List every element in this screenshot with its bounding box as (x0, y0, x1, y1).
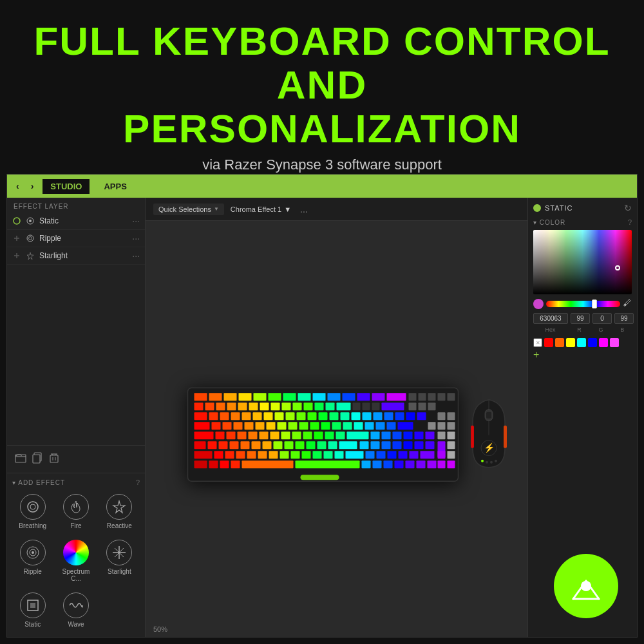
swatch-orange[interactable] (555, 338, 564, 347)
layer-folder-btn[interactable] (15, 452, 26, 466)
svg-rect-106 (321, 422, 330, 430)
svg-rect-177 (376, 451, 385, 459)
color-help-btn[interactable]: ? (628, 218, 632, 226)
svg-rect-41 (327, 393, 340, 401)
svg-rect-172 (312, 451, 321, 459)
svg-rect-116 (447, 422, 455, 430)
color-labels-row: Hex R G B (533, 327, 632, 333)
quick-selections-dropdown[interactable]: Quick Selections ▼ (153, 204, 224, 215)
svg-rect-68 (381, 402, 404, 410)
svg-rect-86 (351, 412, 360, 420)
layer-vis-static[interactable] (12, 216, 21, 225)
color-picker[interactable] (533, 230, 632, 294)
svg-rect-203 (471, 426, 474, 448)
svg-rect-52 (205, 402, 214, 410)
tab-apps[interactable]: APPS (96, 179, 134, 194)
svg-rect-174 (334, 451, 343, 459)
chroma-bar: Quick Selections ▼ Chroma Effect 1 ▼ ... (146, 198, 527, 221)
layer-more-static[interactable]: ··· (132, 216, 140, 226)
svg-rect-154 (370, 441, 379, 449)
svg-rect-107 (332, 422, 341, 430)
effect-breathing[interactable]: Breathing (12, 490, 53, 533)
svg-point-19 (28, 502, 38, 512)
ripple-label: Ripple (23, 568, 41, 575)
add-swatch-btn[interactable]: + (533, 350, 632, 360)
effect-fire[interactable]: Fire (55, 490, 96, 533)
static-icon (20, 592, 46, 618)
effect-static[interactable]: Static (12, 589, 53, 632)
swatch-magenta[interactable] (599, 338, 608, 347)
svg-rect-40 (312, 393, 325, 401)
svg-text:⚡: ⚡ (484, 442, 495, 453)
g-input[interactable] (592, 313, 612, 324)
svg-rect-104 (299, 422, 308, 430)
svg-rect-90 (395, 412, 404, 420)
svg-rect-103 (288, 422, 297, 430)
svg-rect-30 (30, 603, 35, 608)
svg-rect-114 (428, 422, 435, 430)
effect-starlight[interactable]: Starlight (99, 536, 140, 586)
hue-slider[interactable] (546, 301, 620, 307)
layer-delete-btn[interactable] (48, 452, 60, 466)
effect-spectrum[interactable]: Spectrum C... (55, 536, 96, 586)
svg-rect-48 (428, 393, 435, 401)
layer-static[interactable]: Static ··· (7, 213, 145, 230)
layer-name-starlight: Starlight (39, 251, 128, 260)
svg-rect-45 (386, 393, 406, 401)
refresh-btn[interactable]: ↻ (624, 203, 632, 213)
svg-rect-171 (301, 451, 310, 459)
razer-logo[interactable] (554, 554, 618, 618)
swatch-yellow[interactable] (566, 338, 575, 347)
svg-rect-195 (427, 460, 436, 468)
svg-rect-129 (336, 431, 345, 439)
swatch-cyan[interactable] (577, 338, 586, 347)
layer-vis-ripple[interactable] (12, 234, 21, 243)
hex-input[interactable] (533, 313, 568, 324)
chroma-dots[interactable]: ... (300, 204, 308, 214)
svg-rect-176 (365, 451, 374, 459)
add-effect-help[interactable]: ? (136, 478, 140, 486)
layer-starlight[interactable]: Starlight ··· (7, 247, 145, 265)
svg-rect-84 (329, 412, 338, 420)
nav-back[interactable]: ‹ (14, 180, 22, 193)
swatch-blue[interactable] (588, 338, 597, 347)
layer-name-static: Static (39, 216, 128, 225)
effect-ripple[interactable]: Ripple (12, 536, 53, 586)
effect-wave[interactable]: Wave (55, 589, 96, 632)
nav-forward[interactable]: › (28, 180, 37, 193)
layer-ripple[interactable]: Ripple ··· (7, 230, 145, 247)
svg-rect-93 (437, 412, 445, 420)
r-input[interactable] (571, 313, 590, 324)
svg-rect-80 (285, 412, 294, 420)
eyedropper-btn[interactable] (623, 298, 632, 309)
swatch-pink[interactable] (610, 338, 619, 347)
chroma-effect-label[interactable]: Chroma Effect 1 ▼ (231, 205, 291, 213)
svg-rect-117 (194, 431, 213, 439)
svg-point-20 (30, 504, 35, 509)
svg-rect-96 (211, 422, 220, 430)
svg-rect-85 (340, 412, 349, 420)
svg-rect-53 (216, 402, 225, 410)
layer-copy-btn[interactable] (32, 452, 43, 466)
svg-rect-55 (238, 402, 247, 410)
svg-rect-159 (425, 441, 434, 449)
canvas-body: ⚡ 50% (146, 221, 527, 637)
svg-rect-69 (408, 402, 416, 410)
svg-rect-188 (295, 460, 359, 468)
layer-more-ripple[interactable]: ··· (132, 233, 140, 243)
effect-reactive[interactable]: Reactive (99, 490, 140, 533)
layer-vis-starlight[interactable] (12, 251, 21, 260)
svg-rect-92 (417, 412, 426, 420)
swatch-red[interactable] (544, 338, 553, 347)
svg-rect-58 (270, 402, 279, 410)
svg-rect-46 (408, 393, 416, 401)
svg-rect-196 (437, 451, 445, 459)
layer-actions (7, 445, 145, 473)
svg-rect-135 (414, 431, 423, 439)
layer-more-starlight[interactable]: ··· (132, 251, 140, 261)
tab-studio[interactable]: STUDIO (43, 179, 90, 194)
hex-label: Hex (533, 327, 567, 333)
breathing-label: Breathing (19, 522, 46, 529)
swatch-transparent[interactable]: ✕ (533, 338, 542, 347)
b-input[interactable] (614, 313, 634, 324)
